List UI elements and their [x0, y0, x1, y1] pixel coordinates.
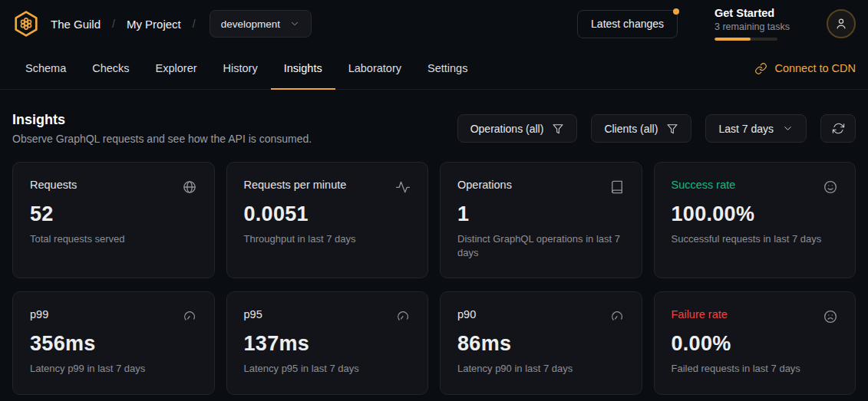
stat-card-value: 86ms	[457, 332, 625, 356]
link-icon	[754, 62, 767, 75]
tab-list: SchemaChecksExplorerHistoryInsightsLabor…	[12, 48, 480, 89]
stat-card-value: 0.0051	[244, 202, 411, 226]
breadcrumb-separator: /	[112, 18, 115, 30]
get-started-widget[interactable]: Get Started 3 remaining tasks	[715, 7, 790, 41]
stat-card-p90: p9086msLatency p90 in last 7 days	[440, 291, 642, 394]
refresh-button[interactable]	[820, 114, 856, 143]
header-right: Latest changes Get Started 3 remaining t…	[577, 7, 856, 41]
breadcrumb-separator: /	[193, 18, 196, 30]
stat-card-description: Total requests served	[30, 232, 197, 246]
period-filter-button[interactable]: Last 7 days	[705, 114, 807, 143]
tab-laboratory[interactable]: Laboratory	[335, 48, 414, 89]
breadcrumb-org[interactable]: The Guild	[51, 18, 101, 31]
filter-icon	[552, 123, 564, 135]
page-title: Insights	[12, 112, 312, 128]
stat-card-title: Failure rate	[672, 308, 728, 320]
stat-card-description: Failed requests in last 7 days	[672, 362, 839, 376]
filters-row: Operations (all)Clients (all)Last 7 days	[457, 114, 856, 143]
notification-dot	[673, 8, 679, 15]
activity-icon	[395, 179, 411, 195]
tab-settings[interactable]: Settings	[414, 48, 480, 89]
book-icon	[609, 179, 625, 195]
gauge-icon	[395, 309, 411, 324]
stat-card-value: 1	[457, 202, 625, 226]
clients-filter-label: Clients (all)	[604, 123, 658, 135]
tab-explorer[interactable]: Explorer	[143, 48, 210, 89]
stat-card-value: 0.00%	[672, 332, 839, 356]
stat-card-p99: p99356msLatency p99 in last 7 days	[12, 291, 215, 394]
filter-icon	[666, 123, 678, 135]
get-started-progress-track	[715, 38, 777, 41]
connect-to-cdn-link[interactable]: Connect to CDN	[754, 48, 856, 89]
stat-card-p95: p95137msLatency p95 in last 7 days	[226, 291, 429, 394]
tab-checks[interactable]: Checks	[79, 48, 142, 89]
stat-card-value: 137ms	[244, 332, 411, 356]
stat-card-operations: Operations1Distinct GraphQL operations i…	[440, 162, 642, 278]
period-filter-label: Last 7 days	[718, 123, 774, 135]
stat-card-value: 52	[30, 202, 197, 226]
frown-icon	[823, 309, 838, 324]
environment-select[interactable]: development	[210, 10, 312, 38]
stat-card-title: p95	[244, 308, 262, 320]
stat-card-rpm: Requests per minute0.0051Throughput in l…	[226, 162, 429, 278]
user-icon	[834, 17, 848, 31]
chevron-down-icon	[289, 18, 300, 29]
tab-insights[interactable]: Insights	[271, 48, 335, 89]
stat-card-description: Distinct GraphQL operations in last 7 da…	[457, 232, 625, 260]
stat-card-description: Latency p95 in last 7 days	[244, 362, 411, 376]
stat-card-title: Operations	[457, 179, 512, 191]
stat-card-title: Success rate	[672, 179, 736, 191]
breadcrumb: The Guild / My Project / development	[51, 10, 312, 38]
get-started-subtitle: 3 remaining tasks	[715, 21, 790, 32]
stat-card-title: Requests per minute	[244, 179, 347, 191]
breadcrumb-project[interactable]: My Project	[127, 18, 181, 31]
operations-filter-button[interactable]: Operations (all)	[457, 114, 578, 143]
page-subtitle: Observe GraphQL requests and see how the…	[12, 133, 312, 145]
connect-to-cdn-label: Connect to CDN	[774, 62, 856, 74]
app-header: The Guild / My Project / development Lat…	[0, 0, 868, 48]
stat-card-description: Latency p99 in last 7 days	[30, 362, 197, 376]
insights-page: Insights Observe GraphQL requests and se…	[0, 90, 868, 401]
section-header: Insights Observe GraphQL requests and se…	[12, 112, 856, 145]
refresh-icon	[832, 122, 845, 135]
gauge-icon	[182, 309, 197, 324]
user-avatar[interactable]	[827, 9, 856, 38]
hive-logo-icon[interactable]	[12, 10, 40, 38]
gauge-icon	[609, 309, 625, 324]
environment-select-value: development	[221, 18, 280, 30]
globe-icon	[182, 179, 197, 195]
project-tabbar: SchemaChecksExplorerHistoryInsightsLabor…	[0, 48, 868, 90]
stat-card-description: Throughput in last 7 days	[244, 232, 411, 246]
stat-card-value: 100.00%	[672, 202, 839, 226]
smile-icon	[823, 179, 838, 195]
stats-grid: Requests52Total requests servedRequests …	[12, 162, 856, 395]
get-started-progress-fill	[715, 38, 751, 41]
chevron-down-icon	[782, 123, 794, 134]
operations-filter-label: Operations (all)	[470, 123, 544, 135]
latest-changes-button[interactable]: Latest changes	[577, 10, 678, 38]
tab-schema[interactable]: Schema	[12, 48, 79, 89]
stat-card-title: p99	[30, 308, 48, 320]
stat-card-success-rate: Success rate100.00%Successful requests i…	[654, 162, 856, 278]
stat-card-requests: Requests52Total requests served	[12, 162, 215, 278]
stat-card-title: p90	[457, 308, 476, 320]
stat-card-description: Successful requests in last 7 days	[672, 232, 839, 246]
tab-history[interactable]: History	[210, 48, 271, 89]
stat-card-failure-rate: Failure rate0.00%Failed requests in last…	[654, 291, 856, 394]
latest-changes-label: Latest changes	[591, 18, 664, 30]
stat-card-description: Latency p90 in last 7 days	[457, 362, 625, 376]
stat-card-value: 356ms	[30, 332, 197, 356]
stat-card-title: Requests	[30, 179, 77, 191]
clients-filter-button[interactable]: Clients (all)	[591, 114, 691, 143]
get-started-title: Get Started	[715, 7, 790, 19]
